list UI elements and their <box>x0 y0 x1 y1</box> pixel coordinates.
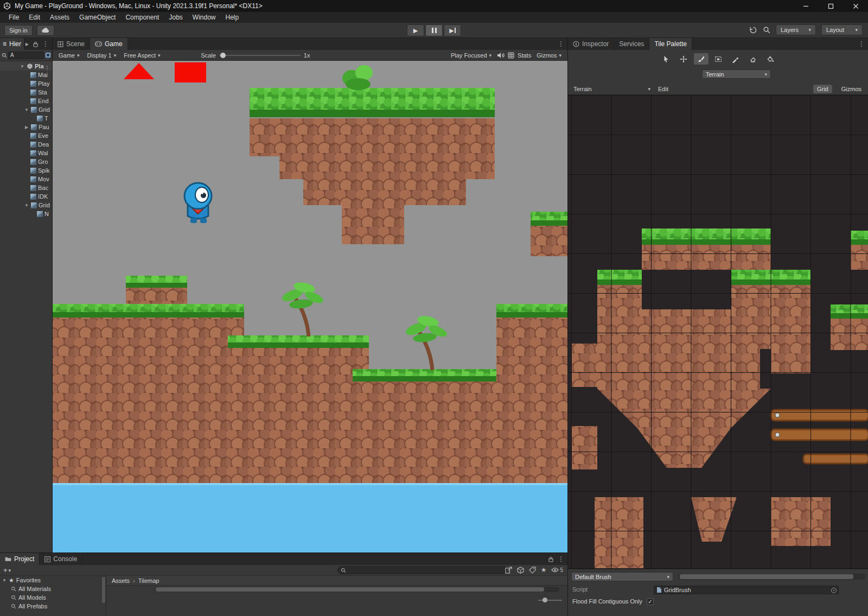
tab-hierarchy[interactable]: ≡ Hier <box>0 38 24 50</box>
zoom-slider-knob[interactable] <box>542 598 547 602</box>
tab-inspector[interactable]: Inspector <box>568 38 614 50</box>
hierarchy-item[interactable]: Sta <box>0 88 52 97</box>
tab-tile-palette[interactable]: Tile Palette <box>649 38 692 50</box>
palette-dropdown[interactable]: Terrain ▾ <box>571 86 653 92</box>
folders-scrollbar[interactable] <box>102 577 105 603</box>
hierarchy-search-input[interactable]: A <box>8 52 44 59</box>
menu-help[interactable]: Help <box>221 12 244 23</box>
mute-audio-button[interactable] <box>497 52 505 59</box>
hierarchy-item[interactable]: T <box>0 114 52 123</box>
scene-menu-icon[interactable]: ⋮ <box>44 62 50 71</box>
picker-tool-button[interactable] <box>729 53 743 65</box>
breadcrumb-root[interactable]: Assets <box>112 577 130 584</box>
tab-game[interactable]: Game <box>90 38 128 50</box>
step-button[interactable]: ▶ <box>444 24 461 36</box>
hierarchy-item[interactable]: Bac <box>0 183 52 192</box>
hierarchy-item[interactable]: Mai <box>0 71 52 79</box>
hierarchy-item[interactable]: Play <box>0 79 52 88</box>
layout-dropdown[interactable]: Layout ▾ <box>821 24 863 35</box>
vsync-grid-button[interactable] <box>508 52 514 59</box>
tab-scroll-icon[interactable]: ▶ <box>25 42 29 47</box>
foldout-open-icon[interactable]: ▼ <box>24 107 29 112</box>
search-button[interactable] <box>763 26 770 34</box>
hierarchy-item[interactable]: Wal <box>0 149 52 157</box>
menu-edit[interactable]: Edit <box>24 12 44 23</box>
hidden-count-toggle[interactable]: 5 <box>551 567 563 573</box>
hierarchy-item[interactable]: ▶Pau <box>0 123 52 131</box>
pause-button[interactable] <box>425 24 443 36</box>
layers-dropdown[interactable]: Layers ▾ <box>776 24 816 35</box>
favorites-row[interactable]: ▼ ★ Favorites <box>0 576 106 585</box>
box-fill-tool-button[interactable] <box>711 53 726 65</box>
favorites-item[interactable]: All Models <box>0 593 106 602</box>
hierarchy-item[interactable]: Dea <box>0 140 52 149</box>
menu-jobs[interactable]: Jobs <box>164 12 187 23</box>
favorites-item[interactable]: All Prefabs <box>0 602 106 611</box>
open-asset-icon[interactable] <box>505 567 512 574</box>
hierarchy-item[interactable]: Spik <box>0 166 52 175</box>
gizmos-dropdown[interactable]: Gizmos ▾ <box>534 52 564 59</box>
create-asset-button[interactable]: + ▾ <box>3 566 11 574</box>
hierarchy-item[interactable]: ▼Grid <box>0 105 52 114</box>
tab-scene[interactable]: Scene <box>53 38 90 50</box>
panel-menu-icon[interactable]: ⋮ <box>558 553 564 565</box>
scene-visibility-icon[interactable] <box>45 52 51 58</box>
label-tag-icon[interactable] <box>529 567 536 574</box>
tile-palette-canvas[interactable] <box>568 95 868 569</box>
object-picker-icon[interactable] <box>831 588 837 593</box>
scale-slider[interactable] <box>219 55 301 56</box>
script-object-field[interactable]: GridBrush <box>654 586 839 594</box>
play-button[interactable]: ▶ <box>407 24 424 36</box>
foldout-open-icon[interactable]: ▼ <box>2 578 7 583</box>
foldout-open-icon[interactable]: ▼ <box>24 203 29 208</box>
active-tilemap-dropdown[interactable]: Terrain ▾ <box>702 69 771 79</box>
select-tool-button[interactable] <box>659 53 674 65</box>
move-tool-button[interactable] <box>676 53 691 65</box>
cloud-button[interactable] <box>37 25 54 36</box>
project-horizontal-scrollbar[interactable] <box>155 587 559 592</box>
hierarchy-item[interactable]: IDK <box>0 192 52 201</box>
hierarchy-item[interactable]: Gro <box>0 157 52 166</box>
hierarchy-item[interactable]: ▼Grid <box>0 201 52 209</box>
fill-tool-button[interactable] <box>763 53 778 65</box>
palette-horizontal-scrollbar[interactable] <box>679 574 865 580</box>
eraser-tool-button[interactable] <box>746 53 761 65</box>
menu-gameobject[interactable]: GameObject <box>75 12 120 23</box>
sign-in-button[interactable]: Sign in <box>4 25 33 36</box>
menu-assets[interactable]: Assets <box>46 12 74 23</box>
play-focused-dropdown[interactable]: Play Focused ▾ <box>449 52 494 59</box>
panel-menu-icon[interactable]: ⋮ <box>42 38 49 50</box>
display-target-dropdown[interactable]: Game ▾ <box>56 52 82 59</box>
foldout-open-icon[interactable]: ▼ <box>20 64 25 69</box>
menu-file[interactable]: File <box>4 12 23 23</box>
favorite-star-icon[interactable]: ★ <box>541 566 547 574</box>
panel-menu-icon[interactable]: ⋮ <box>858 38 865 50</box>
minimize-button[interactable] <box>793 0 818 12</box>
hierarchy-item[interactable]: N <box>0 209 52 218</box>
flood-fill-checkbox[interactable]: ✓ <box>647 598 654 605</box>
undo-history-button[interactable] <box>749 26 757 34</box>
menu-window[interactable]: Window <box>188 12 220 23</box>
thumbnail-zoom-slider[interactable] <box>538 598 562 603</box>
hierarchy-item[interactable]: Mov <box>0 175 52 183</box>
maximize-button[interactable] <box>818 0 843 12</box>
breadcrumb-current[interactable]: Tilemap <box>138 577 159 584</box>
lock-icon[interactable] <box>548 556 553 562</box>
hierarchy-item[interactable]: End <box>0 97 52 105</box>
grid-toggle[interactable]: Grid <box>813 85 832 93</box>
tab-services[interactable]: Services <box>614 38 649 50</box>
package-icon[interactable] <box>517 567 524 574</box>
hierarchy-item[interactable]: Eve <box>0 131 52 140</box>
scale-slider-knob[interactable] <box>220 53 226 58</box>
foldout-closed-icon[interactable]: ▶ <box>24 125 29 130</box>
lock-icon[interactable] <box>33 41 38 47</box>
edit-button[interactable]: Edit <box>658 86 668 92</box>
tab-project[interactable]: Project <box>0 553 40 565</box>
project-search-input[interactable] <box>337 566 507 574</box>
stats-button[interactable]: Stats <box>518 52 531 59</box>
game-viewport[interactable] <box>53 61 567 554</box>
menu-component[interactable]: Component <box>121 12 163 23</box>
panel-menu-icon[interactable]: ⋮ <box>558 38 564 50</box>
display-dropdown[interactable]: Display 1 ▾ <box>85 52 119 59</box>
close-button[interactable] <box>843 0 868 12</box>
